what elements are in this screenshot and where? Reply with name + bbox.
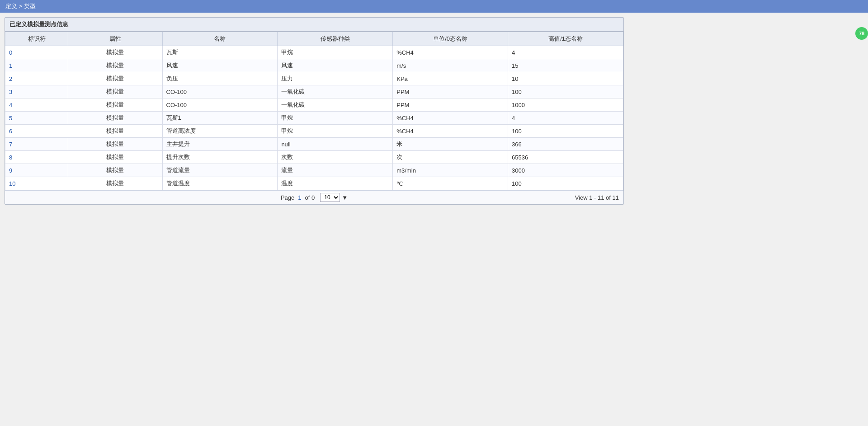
table-cell: 模拟量 xyxy=(68,98,163,112)
table-cell: 温度 xyxy=(278,177,393,190)
table-row: 4模拟量CO-100一氧化碳PPM1000 xyxy=(5,98,623,112)
table-container: 已定义模拟量测点信息 标识符 属性 名称 传感器种类 单位/0态名称 高值/1态… xyxy=(5,17,624,205)
table-cell: 模拟量 xyxy=(68,151,163,164)
table-cell: 瓦斯1 xyxy=(162,112,278,125)
table-cell: 模拟量 xyxy=(68,112,163,125)
table-cell: 10 xyxy=(5,177,68,190)
content-area: 已定义模拟量测点信息 标识符 属性 名称 传感器种类 单位/0态名称 高值/1态… xyxy=(0,13,868,209)
breadcrumb: 定义 > 类型 xyxy=(5,2,36,10)
table-cell: 100 xyxy=(508,177,623,190)
table-cell: 65536 xyxy=(508,151,623,164)
table-cell: 次数 xyxy=(278,151,393,164)
col-header-name: 名称 xyxy=(162,32,278,46)
page-label: Page xyxy=(281,194,294,201)
table-cell: 管道温度 xyxy=(162,177,278,190)
table-cell: %CH4 xyxy=(393,125,508,138)
col-header-highvalue: 高值/1态名称 xyxy=(508,32,623,46)
header-row: 标识符 属性 名称 传感器种类 单位/0态名称 高值/1态名称 xyxy=(5,32,623,46)
col-header-unit: 单位/0态名称 xyxy=(393,32,508,46)
table-cell: 模拟量 xyxy=(68,59,163,72)
table-cell: 流量 xyxy=(278,164,393,177)
table-cell: 甲烷 xyxy=(278,112,393,125)
pagination-bar: Page 1 of 0 10 20 50 ▼ View 1 - 11 of 11 xyxy=(5,190,623,204)
table-cell: 4 xyxy=(5,98,68,112)
table-cell: null xyxy=(278,138,393,151)
table-row: 8模拟量提升次数次数次65536 xyxy=(5,151,623,164)
table-row: 1模拟量风速风速m/s15 xyxy=(5,59,623,72)
table-cell: 负压 xyxy=(162,72,278,85)
table-cell: 100 xyxy=(508,85,623,98)
table-cell: 100 xyxy=(508,125,623,138)
table-cell: 压力 xyxy=(278,72,393,85)
table-row: 10模拟量管道温度温度℃100 xyxy=(5,177,623,190)
table-cell: 次 xyxy=(393,151,508,164)
table-row: 2模拟量负压压力KPa10 xyxy=(5,72,623,85)
table-row: 5模拟量瓦斯1甲烷%CH44 xyxy=(5,112,623,125)
col-header-id: 标识符 xyxy=(5,32,68,46)
table-cell: CO-100 xyxy=(162,98,278,112)
table-cell: 风速 xyxy=(278,59,393,72)
table-cell: 甲烷 xyxy=(278,46,393,59)
table-cell: 甲烷 xyxy=(278,125,393,138)
table-row: 7模拟量主井提升null米366 xyxy=(5,138,623,151)
pagination-center: Page 1 of 0 10 20 50 ▼ xyxy=(281,193,348,202)
table-row: 6模拟量管道高浓度甲烷%CH4100 xyxy=(5,125,623,138)
table-cell: 模拟量 xyxy=(68,85,163,98)
table-cell: 米 xyxy=(393,138,508,151)
table-cell: %CH4 xyxy=(393,46,508,59)
table-cell: 7 xyxy=(5,138,68,151)
of-total: of 0 xyxy=(305,194,315,201)
table-cell: 模拟量 xyxy=(68,138,163,151)
table-cell: 9 xyxy=(5,164,68,177)
table-cell: 模拟量 xyxy=(68,177,163,190)
table-cell: 一氧化碳 xyxy=(278,98,393,112)
title-bar: 定义 > 类型 xyxy=(0,0,868,13)
table-cell: 0 xyxy=(5,46,68,59)
table-cell: 2 xyxy=(5,72,68,85)
table-cell: 模拟量 xyxy=(68,164,163,177)
table-cell: 366 xyxy=(508,138,623,151)
table-cell: 15 xyxy=(508,59,623,72)
table-cell: 瓦斯 xyxy=(162,46,278,59)
table-cell: PPM xyxy=(393,85,508,98)
table-cell: 风速 xyxy=(162,59,278,72)
table-cell: m3/min xyxy=(393,164,508,177)
table-cell: 10 xyxy=(508,72,623,85)
col-header-property: 属性 xyxy=(68,32,163,46)
table-cell: PPM xyxy=(393,98,508,112)
table-body: 0模拟量瓦斯甲烷%CH441模拟量风速风速m/s152模拟量负压压力KPa103… xyxy=(5,46,623,190)
table-cell: 5 xyxy=(5,112,68,125)
table-cell: 一氧化碳 xyxy=(278,85,393,98)
table-cell: 1 xyxy=(5,59,68,72)
green-circle-badge[interactable]: 78 xyxy=(855,27,868,40)
table-cell: KPa xyxy=(393,72,508,85)
table-cell: 4 xyxy=(508,112,623,125)
table-title: 已定义模拟量测点信息 xyxy=(5,18,623,32)
page-number: 1 xyxy=(298,194,301,201)
table-cell: %CH4 xyxy=(393,112,508,125)
view-info: View 1 - 11 of 11 xyxy=(575,194,619,201)
table-row: 3模拟量CO-100一氧化碳PPM100 xyxy=(5,85,623,98)
table-row: 0模拟量瓦斯甲烷%CH44 xyxy=(5,46,623,59)
table-cell: 6 xyxy=(5,125,68,138)
table-cell: 3000 xyxy=(508,164,623,177)
table-cell: 模拟量 xyxy=(68,125,163,138)
table-cell: 模拟量 xyxy=(68,72,163,85)
page-size-arrow: ▼ xyxy=(342,194,348,201)
table-cell: m/s xyxy=(393,59,508,72)
table-cell: 管道流量 xyxy=(162,164,278,177)
table-row: 9模拟量管道流量流量m3/min3000 xyxy=(5,164,623,177)
table-header: 标识符 属性 名称 传感器种类 单位/0态名称 高值/1态名称 xyxy=(5,32,623,46)
table-cell: 3 xyxy=(5,85,68,98)
table-cell: 4 xyxy=(508,46,623,59)
page-size-select[interactable]: 10 20 50 xyxy=(320,193,340,202)
table-cell: 1000 xyxy=(508,98,623,112)
table-cell: 提升次数 xyxy=(162,151,278,164)
col-header-sensortype: 传感器种类 xyxy=(278,32,393,46)
table-cell: 管道高浓度 xyxy=(162,125,278,138)
table-cell: CO-100 xyxy=(162,85,278,98)
table-cell: 8 xyxy=(5,151,68,164)
table-cell: ℃ xyxy=(393,177,508,190)
data-table: 标识符 属性 名称 传感器种类 单位/0态名称 高值/1态名称 0模拟量瓦斯甲烷… xyxy=(5,32,623,190)
table-cell: 主井提升 xyxy=(162,138,278,151)
